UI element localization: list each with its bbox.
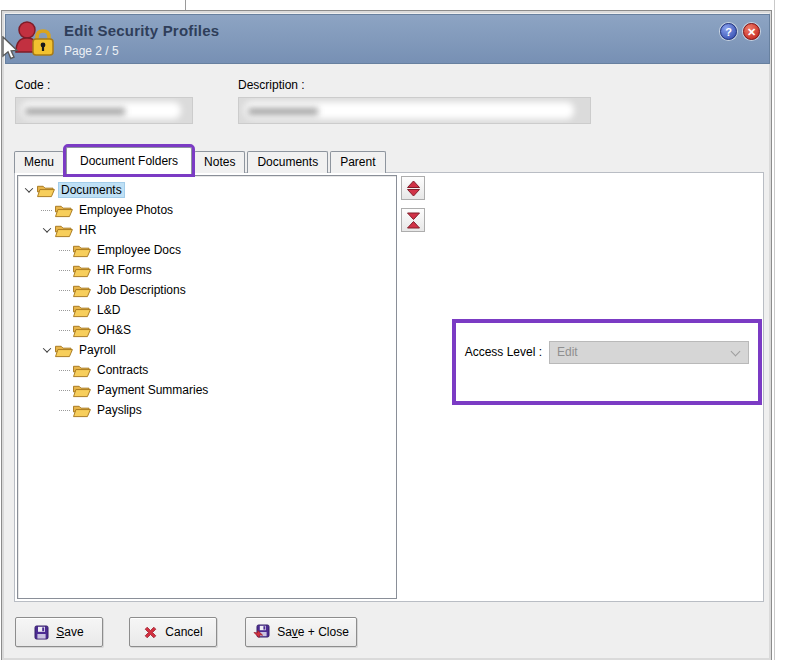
- tree-connector: [39, 210, 54, 211]
- tree-connector: [57, 290, 72, 291]
- redacted-text: [248, 108, 318, 115]
- folder-icon: [72, 363, 94, 378]
- tree-item-label: Documents: [58, 182, 125, 198]
- open-folder-icon: [54, 343, 73, 358]
- tab-parent[interactable]: Parent: [330, 151, 385, 173]
- save-button[interactable]: Save: [15, 617, 103, 647]
- description-field[interactable]: [238, 97, 591, 124]
- code-label: Code :: [15, 78, 50, 92]
- tree-item-job-descriptions[interactable]: Job Descriptions: [18, 280, 396, 300]
- tab-label: Notes: [204, 155, 235, 169]
- code-field[interactable]: [15, 97, 193, 124]
- open-folder-icon: [72, 323, 91, 338]
- background-window-edge-right: [774, 0, 775, 660]
- tree-connector: [57, 250, 72, 251]
- tab-document-folders[interactable]: Document Folders: [66, 147, 192, 174]
- tree-item-payroll[interactable]: Payroll: [18, 340, 396, 360]
- tab-bar: MenuDocument FoldersNotesDocumentsParent: [14, 148, 388, 173]
- chevron-down-icon[interactable]: [21, 187, 36, 193]
- folder-icon: [72, 283, 94, 298]
- tab-label: Document Folders: [80, 154, 178, 168]
- open-folder-icon: [72, 303, 91, 318]
- tab-label: Parent: [340, 155, 375, 169]
- background-window-edge: [185, 0, 186, 10]
- access-level-value: Edit: [557, 345, 578, 359]
- tree-connector: [57, 330, 72, 331]
- tab-label: Menu: [24, 155, 54, 169]
- open-folder-icon: [72, 363, 91, 378]
- document-folders-panel: DocumentsEmployee PhotosHREmployee DocsH…: [14, 172, 764, 602]
- tree-item-label: OH&S: [94, 322, 134, 338]
- tree-item-employee-photos[interactable]: Employee Photos: [18, 200, 396, 220]
- tree-item-contracts[interactable]: Contracts: [18, 360, 396, 380]
- save-and-close-button[interactable]: Save + Close: [245, 617, 357, 647]
- tree-connector: [57, 310, 72, 311]
- tree-connector: [57, 410, 72, 411]
- chevron-down-icon[interactable]: [39, 347, 54, 353]
- tree-item-l-d[interactable]: L&D: [18, 300, 396, 320]
- tree-item-oh-s[interactable]: OH&S: [18, 320, 396, 340]
- tree-item-label: Employee Photos: [76, 202, 176, 218]
- folder-icon: [54, 223, 76, 238]
- page-indicator: Page 2 / 5: [64, 44, 119, 58]
- tree-item-documents[interactable]: Documents: [18, 180, 396, 200]
- open-folder-icon: [72, 403, 91, 418]
- chevron-down-icon: [731, 347, 741, 357]
- open-folder-icon: [72, 243, 91, 258]
- cancel-button[interactable]: Cancel: [129, 617, 217, 647]
- close-button[interactable]: ✕: [743, 23, 760, 40]
- dialog-titlebar[interactable]: Edit Security Profiles Page 2 / 5 ? ✕: [5, 14, 770, 64]
- help-button[interactable]: ?: [720, 23, 737, 40]
- folder-icon: [54, 343, 76, 358]
- tab-menu[interactable]: Menu: [14, 151, 64, 173]
- open-folder-icon: [72, 283, 91, 298]
- folder-icon: [72, 403, 94, 418]
- save-close-label: Save + Close: [277, 625, 349, 639]
- tree-item-label: L&D: [94, 302, 123, 318]
- folder-tree[interactable]: DocumentsEmployee PhotosHREmployee DocsH…: [17, 175, 397, 599]
- tree-item-hr-forms[interactable]: HR Forms: [18, 260, 396, 280]
- floppy-disk-arrow-icon: [253, 624, 270, 640]
- chevron-down-icon[interactable]: [39, 227, 54, 233]
- tree-item-payment-summaries[interactable]: Payment Summaries: [18, 380, 396, 400]
- red-x-icon: [143, 625, 158, 640]
- open-folder-icon: [54, 203, 73, 218]
- folder-icon: [72, 323, 94, 338]
- open-folder-icon: [54, 223, 73, 238]
- tree-item-label: Payment Summaries: [94, 382, 211, 398]
- tree-connector: [57, 270, 72, 271]
- folder-icon: [72, 383, 94, 398]
- folder-icon: [36, 183, 58, 198]
- tab-documents[interactable]: Documents: [247, 151, 328, 173]
- tree-connector: [57, 370, 72, 371]
- tree-item-label: Employee Docs: [94, 242, 184, 258]
- redacted-text: [25, 108, 125, 115]
- tree-item-employee-docs[interactable]: Employee Docs: [18, 240, 396, 260]
- tree-item-label: HR: [76, 222, 99, 238]
- dialog-title: Edit Security Profiles: [64, 22, 219, 39]
- hourglass-icon: [406, 212, 421, 229]
- folder-icon: [72, 303, 94, 318]
- floppy-disk-icon: [34, 625, 49, 640]
- mouse-cursor: [1, 36, 19, 65]
- double-triangle-icon: [406, 180, 421, 197]
- description-label: Description :: [238, 78, 305, 92]
- open-folder-icon: [72, 263, 91, 278]
- expand-all-button[interactable]: [401, 176, 425, 200]
- open-folder-icon: [36, 183, 55, 198]
- tree-item-label: Payroll: [76, 342, 119, 358]
- tree-item-payslips[interactable]: Payslips: [18, 400, 396, 420]
- tab-label: Documents: [257, 155, 318, 169]
- access-level-dropdown[interactable]: Edit: [549, 341, 749, 364]
- tree-item-label: HR Forms: [94, 262, 155, 278]
- tab-notes[interactable]: Notes: [194, 151, 245, 173]
- cancel-label: Cancel: [165, 625, 202, 639]
- collapse-all-button[interactable]: [401, 208, 425, 232]
- open-folder-icon: [72, 383, 91, 398]
- tree-connector: [57, 390, 72, 391]
- tree-item-label: Contracts: [94, 362, 151, 378]
- tree-item-hr[interactable]: HR: [18, 220, 396, 240]
- access-level-label: Access Level :: [385, 345, 542, 359]
- edit-security-profiles-dialog: Edit Security Profiles Page 2 / 5 ? ✕ Co…: [1, 10, 772, 660]
- folder-icon: [72, 263, 94, 278]
